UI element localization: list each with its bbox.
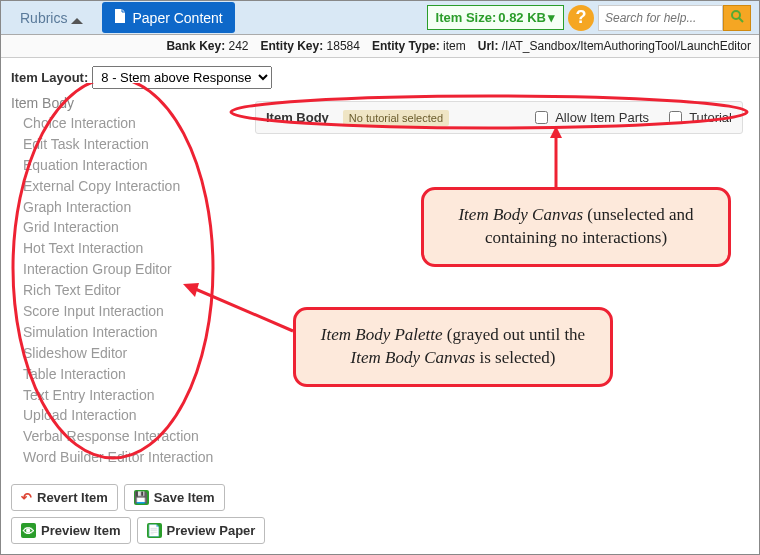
item-layout-select[interactable]: 8 - Stem above Response (92, 66, 272, 89)
canvas-area: Item Body No tutorial selected Allow Ite… (241, 93, 749, 468)
search-input[interactable] (598, 5, 723, 31)
tutorial-input[interactable] (669, 111, 682, 124)
palette-heading: Item Body (11, 93, 241, 113)
palette-item[interactable]: Rich Text Editor (11, 280, 241, 301)
palette-item[interactable]: Verbal Response Interaction (11, 426, 241, 447)
save-icon: 💾 (134, 490, 149, 505)
revert-item-button[interactable]: ↶ Revert Item (11, 484, 118, 511)
palette-item[interactable]: Equation Interaction (11, 155, 241, 176)
svg-line-1 (739, 18, 743, 22)
palette-item[interactable]: Grid Interaction (11, 217, 241, 238)
palette-item[interactable]: External Copy Interaction (11, 176, 241, 197)
svg-point-0 (732, 11, 740, 19)
item-body-palette: Item Body Choice InteractionEdit Task In… (11, 93, 241, 468)
palette-item[interactable]: Graph Interaction (11, 197, 241, 218)
allow-item-parts-input[interactable] (535, 111, 548, 124)
search-box (598, 5, 751, 31)
item-layout-row: Item Layout: 8 - Stem above Response (1, 58, 759, 93)
paper-content-button[interactable]: Paper Content (102, 2, 234, 33)
palette-item[interactable]: Choice Interaction (11, 113, 241, 134)
preview-item-button[interactable]: 👁 Preview Item (11, 517, 131, 544)
rubrics-dropdown[interactable]: Rubrics (9, 3, 94, 33)
palette-item[interactable]: Table Interaction (11, 364, 241, 385)
undo-icon: ↶ (21, 490, 32, 505)
caret-down-icon: ▾ (548, 10, 555, 25)
caret-down-icon (71, 12, 83, 24)
item-size-label: Item Size: (436, 10, 497, 25)
metadata-bar: Bank Key: 242 Entity Key: 18584 Entity T… (1, 35, 759, 58)
paper-content-label: Paper Content (132, 10, 222, 26)
search-icon (730, 9, 744, 26)
save-item-button[interactable]: 💾 Save Item (124, 484, 225, 511)
eye-icon: 👁 (21, 523, 36, 538)
palette-item[interactable]: Edit Task Interaction (11, 134, 241, 155)
item-body-canvas-header[interactable]: Item Body No tutorial selected Allow Ite… (255, 101, 743, 134)
tutorial-badge: No tutorial selected (343, 110, 449, 126)
palette-item[interactable]: Upload Interaction (11, 405, 241, 426)
item-size-indicator[interactable]: Item Size: 0.82 KB ▾ (427, 5, 564, 30)
palette-item[interactable]: Score Input Interaction (11, 301, 241, 322)
item-layout-label: Item Layout: (11, 70, 88, 85)
palette-item[interactable]: Interaction Group Editor (11, 259, 241, 280)
palette-item[interactable]: Simulation Interaction (11, 322, 241, 343)
palette-item[interactable]: Word Builder Editor Interaction (11, 447, 241, 468)
help-icon[interactable]: ? (568, 5, 594, 31)
item-size-value: 0.82 KB (498, 10, 546, 25)
document-icon: 📄 (147, 523, 162, 538)
palette-item[interactable]: Hot Text Interaction (11, 238, 241, 259)
palette-item[interactable]: Text Entry Interaction (11, 385, 241, 406)
tutorial-checkbox[interactable]: Tutorial (665, 108, 732, 127)
palette-item[interactable]: Slideshow Editor (11, 343, 241, 364)
document-icon (114, 9, 126, 26)
allow-item-parts-checkbox[interactable]: Allow Item Parts (531, 108, 649, 127)
search-button[interactable] (723, 5, 751, 31)
bottom-button-group: ↶ Revert Item 💾 Save Item 👁 Preview Item… (11, 484, 265, 544)
canvas-title: Item Body (266, 110, 329, 125)
preview-paper-button[interactable]: 📄 Preview Paper (137, 517, 266, 544)
rubrics-label: Rubrics (20, 10, 67, 26)
top-toolbar: Rubrics Paper Content Item Size: 0.82 KB… (1, 1, 759, 35)
